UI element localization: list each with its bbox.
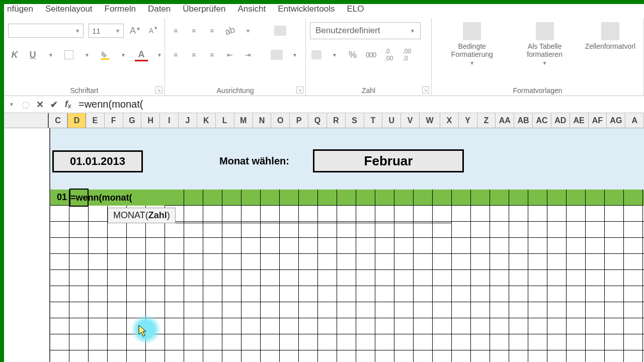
font-size-dropdown[interactable]: 11 ▼: [89, 24, 124, 38]
col-header-Q[interactable]: Q: [308, 113, 327, 128]
align-launcher-icon[interactable]: ↘: [296, 86, 303, 94]
tab-insert[interactable]: nfügen: [7, 4, 33, 14]
tab-devtools[interactable]: Entwicklertools: [278, 4, 335, 14]
number-format-dropdown[interactable]: Benutzerdefiniert ▼: [310, 22, 421, 39]
col-header-U[interactable]: U: [382, 113, 401, 128]
col-header-O[interactable]: O: [271, 113, 290, 128]
orientation-dropdown-icon[interactable]: ▼: [242, 24, 255, 37]
day-cell-01[interactable]: 01: [50, 190, 69, 206]
font-launcher-icon[interactable]: ↘: [155, 86, 163, 94]
col-header-W[interactable]: W: [420, 113, 440, 128]
col-header-J[interactable]: J: [179, 113, 197, 128]
chevron-down-icon: ▼: [469, 60, 474, 66]
functions-dropdown-icon[interactable]: ◌: [20, 99, 31, 110]
underline-dropdown-icon[interactable]: ▼: [44, 48, 57, 61]
selectall-corner[interactable]: [4, 113, 49, 128]
decrease-font-icon[interactable]: A▼: [147, 24, 160, 37]
align-bottom-icon[interactable]: ≡: [205, 24, 218, 37]
date-cell[interactable]: 01.01.2013: [52, 150, 143, 172]
svg-rect-0: [101, 58, 109, 60]
tab-data[interactable]: Daten: [148, 4, 171, 14]
merge-center-icon[interactable]: [270, 48, 283, 61]
font-name-dropdown[interactable]: ▼: [8, 24, 84, 38]
italic-button[interactable]: K: [8, 48, 21, 61]
tab-pagelayout[interactable]: Seitenlayout: [45, 4, 93, 14]
col-header-H[interactable]: H: [141, 113, 160, 128]
group-number: Benutzerdefiniert ▼ ▼ % 000 ,0,00 ,00,0 …: [306, 18, 432, 96]
col-header-R[interactable]: R: [327, 113, 346, 128]
number-launcher-icon[interactable]: ↘: [422, 86, 429, 94]
fill-dropdown-icon[interactable]: ▼: [117, 48, 130, 61]
align-center-icon[interactable]: ≡: [187, 48, 200, 61]
wrap-text-icon[interactable]: [274, 24, 287, 37]
increase-decimal-icon[interactable]: ,0,00: [382, 48, 395, 61]
col-header-N[interactable]: N: [253, 113, 272, 128]
percent-button[interactable]: %: [346, 48, 359, 61]
tab-review[interactable]: Überprüfen: [183, 4, 225, 14]
col-header-C[interactable]: C: [49, 113, 67, 128]
chevron-down-icon: ▼: [542, 60, 547, 66]
col-header-I[interactable]: I: [160, 113, 179, 128]
col-header-P[interactable]: P: [290, 113, 308, 128]
borders-dropdown-icon[interactable]: ▼: [80, 48, 94, 61]
col-header-AD[interactable]: AD: [551, 113, 570, 128]
format-as-table-button[interactable]: Als Tabelle formatieren ▼: [508, 20, 581, 68]
thousands-button[interactable]: 000: [364, 48, 377, 61]
col-header-AE[interactable]: AE: [570, 113, 589, 128]
align-right-icon[interactable]: ≡: [205, 48, 218, 61]
col-header-V[interactable]: V: [401, 113, 420, 128]
align-left-icon[interactable]: ≡: [169, 48, 182, 61]
col-header-T[interactable]: T: [364, 113, 383, 128]
decrease-decimal-icon[interactable]: ,00,0: [400, 48, 414, 61]
col-header-AG[interactable]: AG: [607, 113, 625, 128]
col-header-AB[interactable]: AB: [514, 113, 533, 128]
col-header-X[interactable]: X: [440, 113, 459, 128]
increase-indent-icon[interactable]: ⇥: [242, 48, 255, 61]
fill-color-button[interactable]: [99, 48, 112, 61]
fontcolor-dropdown-icon[interactable]: ▼: [153, 48, 166, 61]
namebox-dropdown-icon[interactable]: ▼: [6, 99, 17, 110]
col-header-M[interactable]: M: [234, 113, 253, 128]
col-header-E[interactable]: E: [86, 113, 105, 128]
merge-dropdown-icon[interactable]: ▼: [288, 48, 301, 61]
align-middle-icon[interactable]: ≡: [187, 24, 200, 37]
tab-elo[interactable]: ELO: [347, 4, 364, 14]
tab-view[interactable]: Ansicht: [237, 4, 266, 14]
accounting-dropdown-icon[interactable]: ▼: [328, 48, 341, 61]
align-top-icon[interactable]: ≡: [169, 24, 182, 37]
ribbon-tabs: nfügen Seitenlayout Formeln Daten Überpr…: [4, 4, 644, 18]
format-as-table-label: Als Tabelle formatieren: [512, 42, 577, 58]
underline-button[interactable]: U: [26, 48, 39, 61]
conditional-formatting-icon: [463, 22, 481, 40]
cell-grid[interactable]: 01.01.2013 Monat wählen: Februar 01 =wen…: [50, 128, 644, 362]
chevron-down-icon: ▼: [115, 28, 120, 34]
orientation-icon[interactable]: ab: [221, 22, 238, 39]
col-header-K[interactable]: K: [197, 113, 216, 128]
col-header-L[interactable]: L: [216, 113, 234, 128]
increase-font-icon[interactable]: A▲: [129, 24, 142, 37]
insert-function-button[interactable]: fx: [62, 99, 73, 110]
col-header-S[interactable]: S: [346, 113, 364, 128]
col-header-AF[interactable]: AF: [589, 113, 607, 128]
col-header-Z[interactable]: Z: [477, 113, 496, 128]
conditional-formatting-button[interactable]: Bedingte Formatierung ▼: [436, 20, 508, 68]
font-color-button[interactable]: A: [135, 48, 148, 61]
col-header-AC[interactable]: AC: [533, 113, 551, 128]
accounting-format-icon[interactable]: [310, 48, 323, 61]
col-header-A[interactable]: A: [625, 113, 644, 128]
editing-cell[interactable]: =wenn(monat(: [69, 190, 165, 206]
month-dropdown[interactable]: Februar: [313, 149, 464, 172]
cell-styles-label: Zellenformatvorl: [585, 42, 635, 50]
col-header-F[interactable]: F: [105, 113, 123, 128]
tab-formulas[interactable]: Formeln: [105, 4, 136, 14]
cancel-edit-button[interactable]: ✕: [34, 99, 45, 110]
col-header-AA[interactable]: AA: [496, 113, 514, 128]
col-header-G[interactable]: G: [123, 113, 142, 128]
confirm-edit-button[interactable]: ✔: [48, 99, 59, 110]
col-header-Y[interactable]: Y: [459, 113, 477, 128]
col-header-D[interactable]: D: [67, 113, 86, 128]
decrease-indent-icon[interactable]: ⇤: [223, 48, 236, 61]
formula-input[interactable]: =wenn(monat(: [76, 99, 642, 110]
borders-button[interactable]: [62, 48, 75, 61]
cell-styles-button[interactable]: Zellenformatvorl: [581, 20, 639, 52]
